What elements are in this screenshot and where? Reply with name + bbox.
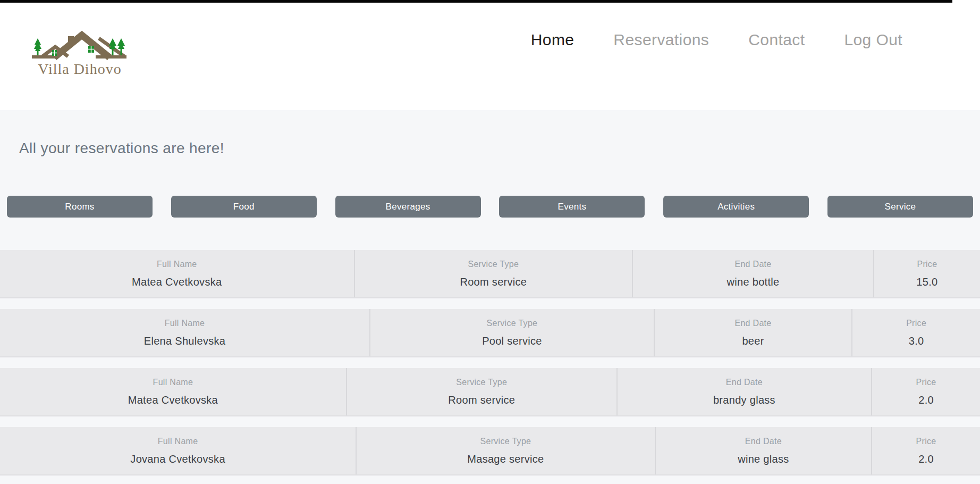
cell-price: Price3.0: [852, 309, 980, 356]
reservation-row: Full NameMatea CvetkovskaService TypeRoo…: [0, 250, 980, 298]
cell-type: Service TypeRoom service: [355, 250, 633, 297]
cell-label-name: Full Name: [158, 437, 198, 446]
cell-value-price: 15.0: [916, 276, 937, 288]
nav-item-log-out[interactable]: Log Out: [844, 31, 902, 49]
cell-label-price: Price: [916, 378, 936, 387]
cell-type: Service TypePool service: [370, 309, 655, 356]
logo[interactable]: Villa Dihovo: [31, 28, 129, 78]
cell-label-price: Price: [906, 319, 926, 328]
filter-button-rooms[interactable]: Rooms: [7, 196, 153, 218]
cell-label-name: Full Name: [157, 260, 197, 269]
filter-button-activities[interactable]: Activities: [663, 196, 809, 218]
cell-value-name: Matea Cvetkovska: [132, 276, 222, 288]
cell-name: Full NameMatea Cvetkovska: [0, 368, 347, 415]
cell-label-type: Service Type: [456, 378, 507, 387]
filter-button-events[interactable]: Events: [499, 196, 645, 218]
filter-button-beverages[interactable]: Beverages: [335, 196, 481, 218]
cell-label-price: Price: [917, 260, 937, 269]
top-border: [0, 0, 952, 3]
cell-name: Full NameMatea Cvetkovska: [0, 250, 355, 297]
cell-end: End Datewine bottle: [633, 250, 874, 297]
cell-end: End Datebeer: [655, 309, 852, 356]
filter-button-service[interactable]: Service: [827, 196, 973, 218]
cell-value-type: Room service: [448, 394, 515, 406]
cell-value-type: Pool service: [482, 335, 542, 347]
cell-value-price: 2.0: [918, 453, 934, 465]
reservation-row: Full NameJovana CvetkovskaService TypeMa…: [0, 427, 980, 475]
main-content: All your reservations are here! RoomsFoo…: [0, 110, 980, 475]
cell-value-name: Jovana Cvetkovska: [130, 453, 225, 465]
filter-buttons: RoomsFoodBeveragesEventsActivitiesServic…: [0, 196, 980, 218]
cell-value-end: beer: [742, 335, 764, 347]
cell-label-type: Service Type: [468, 260, 519, 269]
cell-value-type: Room service: [460, 276, 527, 288]
cell-value-price: 2.0: [918, 394, 934, 406]
nav-item-home[interactable]: Home: [531, 31, 575, 49]
villa-logo-icon: [31, 28, 129, 62]
cell-value-end: brandy glass: [713, 394, 775, 406]
reservation-row: Full NameElena ShulevskaService TypePool…: [0, 309, 980, 357]
cell-label-end: End Date: [734, 319, 771, 328]
cell-value-name: Matea Cvetkovska: [128, 394, 218, 406]
cell-label-end: End Date: [745, 437, 782, 446]
reservation-list: Full NameMatea CvetkovskaService TypeRoo…: [0, 250, 980, 475]
cell-price: Price2.0: [872, 368, 980, 415]
cell-value-type: Masage service: [467, 453, 544, 465]
cell-name: Full NameJovana Cvetkovska: [0, 427, 357, 474]
cell-value-price: 3.0: [909, 335, 924, 347]
cell-value-end: wine bottle: [727, 276, 780, 288]
nav-item-reservations[interactable]: Reservations: [613, 31, 709, 49]
cell-price: Price15.0: [874, 250, 980, 297]
cell-type: Service TypeMasage service: [357, 427, 655, 474]
cell-label-end: End Date: [734, 260, 771, 269]
cell-label-type: Service Type: [487, 319, 538, 328]
nav-item-contact[interactable]: Contact: [748, 31, 805, 49]
page-heading: All your reservations are here!: [0, 110, 980, 157]
logo-title: Villa Dihovo: [31, 61, 129, 78]
cell-label-end: End Date: [726, 378, 763, 387]
cell-value-name: Elena Shulevska: [144, 335, 225, 347]
cell-label-type: Service Type: [480, 437, 531, 446]
cell-price: Price2.0: [872, 427, 980, 474]
cell-type: Service TypeRoom service: [347, 368, 618, 415]
filter-button-food[interactable]: Food: [171, 196, 317, 218]
cell-label-price: Price: [916, 437, 936, 446]
site-header: Villa Dihovo HomeReservationsContactLog …: [0, 0, 980, 110]
cell-label-name: Full Name: [153, 378, 193, 387]
reservation-row: Full NameMatea CvetkovskaService TypeRoo…: [0, 368, 980, 416]
main-nav: HomeReservationsContactLog Out: [531, 31, 902, 49]
cell-end: End Datewine glass: [656, 427, 873, 474]
cell-end: End Datebrandy glass: [618, 368, 872, 415]
cell-name: Full NameElena Shulevska: [0, 309, 370, 356]
cell-label-name: Full Name: [165, 319, 205, 328]
cell-value-end: wine glass: [738, 453, 789, 465]
